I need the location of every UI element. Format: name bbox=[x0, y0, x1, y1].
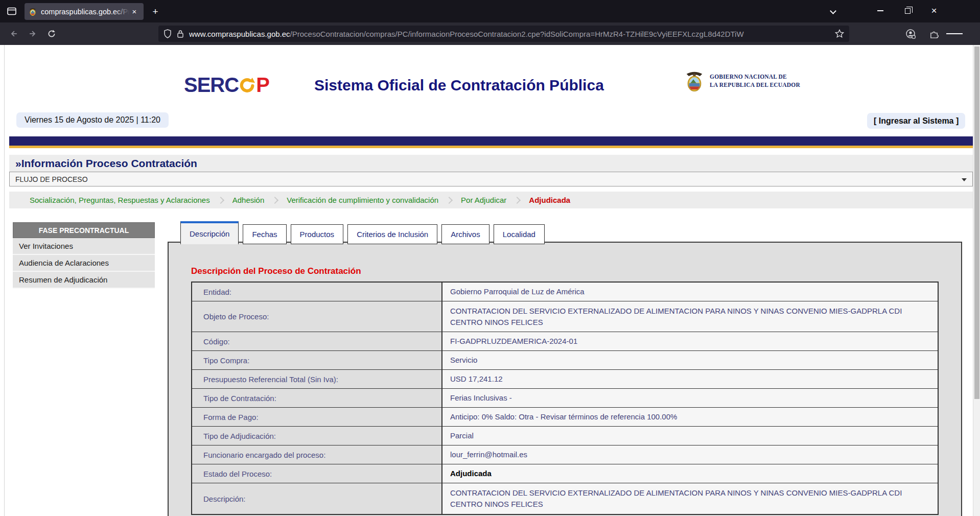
sercop-logo: SERC P bbox=[184, 74, 269, 97]
row-label: Tipo de Adjudicación: bbox=[192, 427, 441, 445]
table-row: Objeto de Proceso: CONTRATACION DEL SERV… bbox=[192, 301, 938, 332]
account-icon[interactable] bbox=[902, 26, 919, 41]
process-heading: »Información Proceso Contratación bbox=[15, 157, 197, 170]
table-row: Forma de Pago: Anticipo: 0% Saldo: Otra … bbox=[192, 408, 938, 427]
table-row: Tipo Compra: Servicio bbox=[192, 351, 938, 370]
government-logo-text: GOBIERNO NACIONAL DE LA REPUBLICA DEL EC… bbox=[710, 73, 800, 89]
tab-descripcion[interactable]: Descripción bbox=[180, 221, 239, 244]
extensions-icon[interactable] bbox=[926, 26, 942, 41]
sercop-logo-text-navy: SERC bbox=[184, 74, 239, 97]
step-adhesion[interactable]: Adhesión bbox=[232, 196, 265, 204]
chevron-down-icon bbox=[962, 178, 967, 181]
flow-select-label: FLUJO DE PROCESO bbox=[15, 175, 88, 183]
row-label: Tipo de Contratación: bbox=[192, 389, 441, 407]
row-value: CONTRATACION DEL SERVICIO EXTERNALIZADO … bbox=[441, 483, 938, 514]
navy-banner bbox=[9, 136, 973, 148]
table-row-estado: Estado del Proceso: Adjudicada bbox=[192, 464, 938, 483]
back-button[interactable] bbox=[6, 26, 21, 41]
scrollbar-thumb[interactable] bbox=[974, 46, 979, 399]
flow-select[interactable]: FLUJO DE PROCESO bbox=[9, 172, 973, 186]
table-row: Entidad: Gobierno Parroquial de Luz de A… bbox=[192, 283, 938, 301]
page-left-border bbox=[4, 45, 5, 516]
row-label: Forma de Pago: bbox=[192, 408, 441, 426]
ecuador-crest-icon bbox=[684, 69, 705, 93]
reload-button[interactable] bbox=[44, 26, 59, 41]
row-label: Descripción: bbox=[192, 483, 441, 514]
url-domain: www.compraspublicas.gob.ec bbox=[189, 30, 290, 38]
table-row: Código: FI-GADPRLUZDEAMERICA-2024-01 bbox=[192, 332, 938, 351]
url-bar[interactable]: www.compraspublicas.gob.ec/ProcesoContra… bbox=[158, 26, 849, 42]
lock-icon[interactable] bbox=[177, 29, 184, 38]
sidebar-item-audiencia[interactable]: Audiencia de Aclaraciones bbox=[13, 255, 155, 272]
tab-strip: compraspublicas.gob.ec/Proces × + × bbox=[0, 0, 980, 22]
sercop-swirl-icon bbox=[239, 76, 255, 95]
row-label: Código: bbox=[192, 332, 441, 350]
url-text[interactable]: www.compraspublicas.gob.ec/ProcesoContra… bbox=[189, 30, 832, 38]
row-value: Servicio bbox=[441, 351, 938, 369]
chevron-right-icon bbox=[271, 196, 278, 203]
page-content: SERC P Sistema Oficial de Contratación P… bbox=[0, 45, 980, 516]
bookmark-star-icon[interactable] bbox=[835, 29, 844, 38]
tab-archivos[interactable]: Archivos bbox=[441, 224, 489, 244]
login-button[interactable]: [ Ingresar al Sistema ] bbox=[867, 113, 965, 129]
table-row: Descripción: CONTRATACION DEL SERVICIO E… bbox=[192, 483, 938, 514]
new-tab-button[interactable]: + bbox=[148, 5, 162, 19]
chevron-right-icon bbox=[217, 196, 224, 203]
row-label: Tipo Compra: bbox=[192, 351, 441, 369]
tab-fechas[interactable]: Fechas bbox=[243, 224, 286, 244]
tab-list-chevron-icon[interactable] bbox=[822, 5, 844, 18]
window-close-button[interactable]: × bbox=[922, 0, 946, 21]
tab-productos[interactable]: Productos bbox=[291, 224, 344, 244]
firefox-view-icon[interactable] bbox=[6, 6, 17, 17]
step-por-adjudicar[interactable]: Por Adjudicar bbox=[461, 196, 506, 204]
browser-tab[interactable]: compraspublicas.gob.ec/Proces × bbox=[25, 3, 144, 20]
tab-criterios[interactable]: Criterios de Inclusión bbox=[347, 224, 437, 244]
step-socializacion[interactable]: Socialización, Preguntas, Respuestas y A… bbox=[30, 196, 210, 204]
browser-chrome: compraspublicas.gob.ec/Proces × + × www.… bbox=[0, 0, 980, 45]
tab-bar: Descripción Fechas Productos Criterios d… bbox=[180, 221, 962, 244]
main-content: Descripción Fechas Productos Criterios d… bbox=[168, 221, 962, 516]
page-scrollbar[interactable] bbox=[973, 45, 980, 516]
window-restore-button[interactable] bbox=[896, 0, 919, 21]
row-label: Entidad: bbox=[192, 283, 441, 301]
sidebar: FASE PRECONTRACTUAL Ver Invitaciones Aud… bbox=[13, 222, 155, 289]
sidebar-title: FASE PRECONTRACTUAL bbox=[13, 222, 155, 238]
table-row: Funcionario encargado del proceso: lour_… bbox=[192, 445, 938, 464]
row-value: Ferias Inclusivas - bbox=[441, 389, 938, 407]
process-detail-table: Entidad: Gobierno Parroquial de Luz de A… bbox=[191, 282, 939, 515]
window-minimize-button[interactable] bbox=[869, 0, 892, 21]
sercop-logo-text-red: P bbox=[256, 74, 269, 97]
row-label: Funcionario encargado del proceso: bbox=[192, 445, 441, 464]
tab-localidad[interactable]: Localidad bbox=[494, 224, 545, 244]
navigation-toolbar: www.compraspublicas.gob.ec/ProcesoContra… bbox=[0, 22, 980, 45]
table-row: Tipo de Contratación: Ferias Inclusivas … bbox=[192, 389, 938, 408]
step-verificacion[interactable]: Verificación de cumplimiento y convalida… bbox=[287, 196, 438, 204]
step-adjudicada-current: Adjudicada bbox=[529, 196, 570, 204]
tracking-shield-icon[interactable] bbox=[164, 29, 172, 38]
site-favicon-icon bbox=[29, 8, 37, 16]
sidebar-item-ver-invitaciones[interactable]: Ver Invitaciones bbox=[13, 238, 155, 255]
row-value: Gobierno Parroquial de Luz de América bbox=[441, 283, 938, 301]
menu-icon[interactable] bbox=[946, 26, 963, 41]
row-label: Estado del Proceso: bbox=[192, 464, 441, 483]
row-label: Presupuesto Referencial Total (Sin Iva): bbox=[192, 370, 441, 388]
table-row: Presupuesto Referencial Total (Sin Iva):… bbox=[192, 370, 938, 389]
row-label: Objeto de Proceso: bbox=[192, 301, 441, 332]
datetime-display: Viernes 15 de Agosto de 2025 | 11:20 bbox=[16, 112, 169, 128]
row-value: Parcial bbox=[441, 427, 938, 445]
url-path: /ProcesoContratacion/compras/PC/informac… bbox=[290, 30, 744, 38]
row-value: USD 17,241.12 bbox=[441, 370, 938, 388]
process-steps-breadcrumb: Socialización, Preguntas, Respuestas y A… bbox=[9, 192, 973, 208]
row-value: FI-GADPRLUZDEAMERICA-2024-01 bbox=[441, 332, 938, 350]
row-value: CONTRATACION DEL SERVICIO EXTERNALIZADO … bbox=[441, 301, 938, 332]
tab-title: compraspublicas.gob.ec/Proces bbox=[41, 8, 129, 16]
row-value: Anticipo: 0% Saldo: Otra - Revisar térmi… bbox=[441, 408, 938, 426]
chevron-right-icon bbox=[514, 196, 521, 203]
sidebar-item-resumen[interactable]: Resumen de Adjudicación bbox=[13, 272, 155, 289]
gov-line2: LA REPUBLICA DEL ECUADOR bbox=[710, 81, 800, 89]
forward-button[interactable] bbox=[25, 26, 40, 41]
page-title: Sistema Oficial de Contratación Pública bbox=[314, 77, 604, 94]
tab-close-icon[interactable]: × bbox=[129, 7, 139, 17]
section-title: Descripción del Proceso de Contratación bbox=[191, 266, 361, 276]
table-row: Tipo de Adjudicación: Parcial bbox=[192, 427, 938, 445]
